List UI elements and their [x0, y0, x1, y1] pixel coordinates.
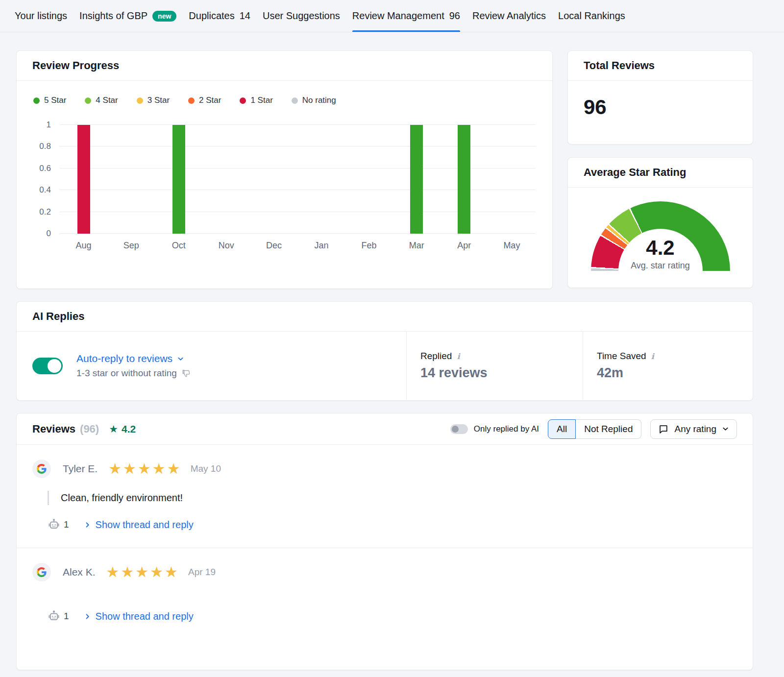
review-progress-body: 5 Star4 Star3 Star2 Star1 StarNo rating …	[17, 81, 552, 251]
chevron-down-icon[interactable]	[177, 355, 184, 363]
show-thread-link[interactable]: Show thread and reply	[84, 611, 194, 622]
x-tick-label: Aug	[60, 241, 107, 251]
review-author: Alex K.	[63, 566, 96, 578]
legend-item-no-rating[interactable]: No rating	[292, 96, 336, 105]
total-reviews-card: Total Reviews 96	[567, 50, 753, 145]
bar-apr-5-star[interactable]	[458, 125, 470, 234]
replied-value: 14 reviews	[420, 365, 583, 381]
avg-rating-value: 4.2	[646, 238, 674, 258]
legend-dot	[33, 97, 40, 104]
auto-reply-section: Auto-reply to reviews 1-3 star or withou…	[17, 353, 406, 379]
review-date: May 10	[191, 463, 221, 474]
auto-reply-dropdown[interactable]: Auto-reply to reviews	[76, 353, 172, 364]
auto-reply-texts: Auto-reply to reviews 1-3 star or withou…	[76, 353, 191, 379]
legend-item-3-star[interactable]: 3 Star	[137, 96, 170, 105]
chart-column-apr	[441, 125, 488, 234]
legend-dot	[85, 97, 91, 104]
comment-bubble-icon	[658, 424, 669, 435]
bar-mar-5-star[interactable]	[410, 125, 423, 234]
chart-y-axis: 00.20.40.60.81	[32, 125, 60, 234]
tab-local-rankings[interactable]: Local Rankings	[558, 0, 625, 32]
show-thread-link[interactable]: Show thread and reply	[84, 519, 194, 531]
rating-filter-button[interactable]: Any rating	[650, 419, 737, 439]
chart-plot-area	[60, 125, 536, 234]
total-reviews-title: Total Reviews	[584, 59, 737, 72]
chart-legend: 5 Star4 Star3 Star2 Star1 StarNo rating	[33, 96, 536, 105]
legend-label: 4 Star	[96, 96, 118, 105]
thumbs-down-icon[interactable]	[181, 368, 191, 378]
top-navigation: Your listingsInsights of GBPnewDuplicate…	[0, 0, 784, 32]
replied-filter-segmented: All Not Replied	[548, 419, 641, 439]
legend-item-4-star[interactable]: 4 Star	[85, 96, 118, 105]
legend-item-1-star[interactable]: 1 Star	[240, 96, 272, 105]
legend-dot	[292, 97, 298, 104]
google-avatar	[32, 563, 51, 581]
tab-duplicates[interactable]: Duplicates14	[189, 0, 250, 32]
legend-label: 2 Star	[199, 96, 221, 105]
chart-column-oct	[155, 125, 202, 234]
auto-reply-toggle[interactable]	[32, 358, 63, 374]
chart-x-axis: AugSepOctNovDecJanFebMarAprMay	[32, 241, 536, 251]
x-tick-label: Jan	[297, 241, 345, 251]
average-star-rating-header: Average Star Rating	[568, 158, 753, 188]
y-tick-label: 1	[47, 120, 51, 130]
bar-aug-1-star[interactable]	[77, 125, 90, 234]
google-logo-icon	[37, 567, 47, 577]
reviews-header: Reviews (96) ★ 4.2 Only replied by AI Al…	[17, 413, 753, 445]
tab-label: Review Management	[352, 10, 444, 22]
y-tick-label: 0.8	[39, 142, 51, 151]
legend-dot	[188, 97, 195, 104]
tab-label: User Suggestions	[263, 10, 340, 22]
rating-gauge: 4.2 Avg. star rating	[591, 201, 730, 271]
review-stars: ★★★★★	[108, 461, 181, 476]
legend-label: 3 Star	[147, 96, 170, 105]
review-stars: ★★★★★	[106, 565, 179, 580]
chevron-down-icon	[722, 425, 729, 433]
rating-gauge-center: 4.2 Avg. star rating	[618, 229, 703, 271]
only-ai-label: Only replied by AI	[474, 424, 539, 434]
show-thread-label: Show thread and reply	[96, 611, 194, 622]
filter-all-button[interactable]: All	[548, 419, 576, 439]
ai-reply-count: 1	[64, 611, 69, 622]
ai-replies-header: AI Replies	[17, 302, 753, 332]
reviews-count: (96)	[80, 423, 99, 435]
legend-item-2-star[interactable]: 2 Star	[188, 96, 221, 105]
review-text: Clean, friendly environment!	[48, 491, 737, 505]
only-ai-toggle[interactable]	[450, 424, 468, 434]
replied-label: Replied	[420, 351, 452, 362]
review-date: Apr 19	[188, 567, 216, 578]
chart-column-dec	[250, 125, 297, 234]
ai-robot-icon	[48, 610, 60, 623]
x-tick-label: Feb	[345, 241, 393, 251]
tab-label: Duplicates	[189, 10, 234, 22]
ai-replies-card: AI Replies Auto-reply to reviews 1-3 sta…	[16, 301, 753, 401]
legend-label: 1 Star	[250, 96, 272, 105]
tab-user-suggestions[interactable]: User Suggestions	[263, 0, 340, 32]
ai-reply-count: 1	[64, 519, 69, 530]
ai-replies-body: Auto-reply to reviews 1-3 star or withou…	[17, 332, 753, 400]
x-tick-label: Nov	[202, 241, 250, 251]
y-tick-label: 0.4	[39, 185, 51, 195]
google-avatar	[32, 459, 51, 478]
bar-oct-5-star[interactable]	[172, 125, 185, 234]
y-tick-label: 0.2	[39, 207, 51, 217]
tab-your-listings[interactable]: Your listings	[15, 0, 67, 32]
time-saved-label: Time Saved	[597, 351, 646, 362]
legend-label: No rating	[302, 96, 336, 105]
time-saved-stat: Time Saved i 42m	[583, 332, 753, 400]
tab-review-analytics[interactable]: Review Analytics	[472, 0, 546, 32]
filter-not-replied-button[interactable]: Not Replied	[576, 419, 641, 439]
chart-column-aug	[60, 125, 107, 234]
info-icon[interactable]: i	[651, 352, 654, 361]
y-tick-label: 0	[47, 229, 51, 239]
replied-stat: Replied i 14 reviews	[406, 332, 583, 400]
chart-column-nov	[202, 125, 250, 234]
chart-column-jan	[297, 125, 345, 234]
legend-item-5-star[interactable]: 5 Star	[33, 96, 66, 105]
info-icon[interactable]: i	[457, 352, 460, 361]
tab-insights-of-gbp[interactable]: Insights of GBPnew	[79, 0, 176, 32]
review-row-tyler-e: Tyler E.★★★★★May 10Clean, friendly envir…	[17, 445, 753, 548]
tab-review-management[interactable]: Review Management96	[352, 0, 460, 32]
y-tick-label: 0.6	[39, 164, 51, 173]
x-tick-label: Oct	[155, 241, 202, 251]
